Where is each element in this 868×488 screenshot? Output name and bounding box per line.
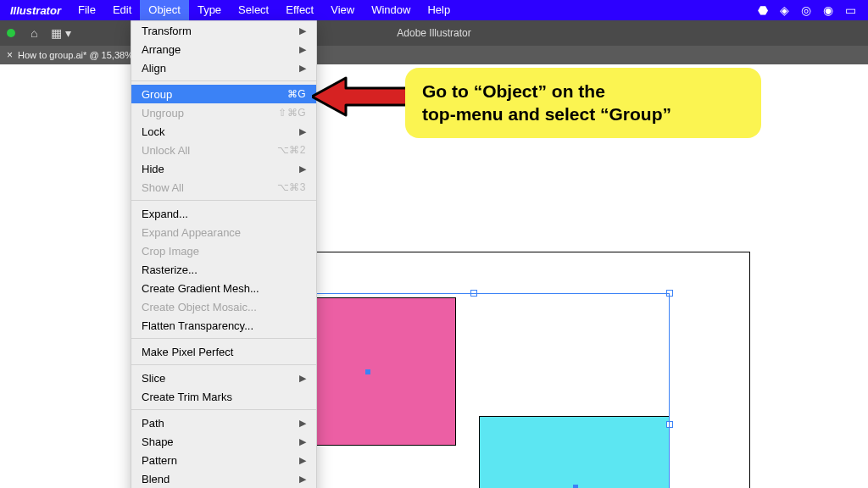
keyboard-shortcut: ⌥⌘2 xyxy=(277,144,306,156)
keyboard-shortcut: ⌥⌘3 xyxy=(277,181,306,193)
menu-item-label: Expand Appearance xyxy=(142,226,306,239)
menu-window[interactable]: Window xyxy=(363,0,419,20)
menu-item-align[interactable]: Align▶ xyxy=(131,58,316,77)
menu-help[interactable]: Help xyxy=(419,0,459,20)
submenu-chevron-icon: ▶ xyxy=(299,373,306,384)
doc-tab[interactable]: × How to group.ai* @ 15,38% ( xyxy=(0,49,146,61)
menu-item-ungroup: Ungroup⇧⌘G xyxy=(131,103,316,122)
menu-edit[interactable]: Edit xyxy=(104,0,140,20)
menu-item-label: Crop Image xyxy=(142,245,306,258)
mac-menubar: Illustrator File Edit Object Type Select… xyxy=(0,0,868,20)
app-name: Illustrator xyxy=(0,4,70,17)
selection-handle[interactable] xyxy=(666,290,673,297)
keyboard-shortcut: ⇧⌘G xyxy=(278,107,306,119)
menu-select[interactable]: Select xyxy=(230,0,277,20)
instruction-callout: Go to “Object” on the top-menu and selec… xyxy=(405,68,761,138)
menu-type[interactable]: Type xyxy=(189,0,230,20)
cyan-rectangle-shape[interactable] xyxy=(479,416,670,488)
menu-item-label: Slice xyxy=(142,372,299,385)
menu-item-label: Arrange xyxy=(142,43,299,56)
menu-effect[interactable]: Effect xyxy=(277,0,322,20)
menu-item-create-object-mosaic: Create Object Mosaic... xyxy=(131,297,316,316)
menu-item-pattern[interactable]: Pattern▶ xyxy=(131,451,316,469)
submenu-chevron-icon: ▶ xyxy=(299,436,306,447)
submenu-chevron-icon: ▶ xyxy=(299,25,306,36)
menu-item-show-all: Show All⌥⌘3 xyxy=(131,178,316,197)
callout-line1: Go to “Object” on the xyxy=(422,80,744,103)
battery-icon[interactable]: ▭ xyxy=(845,3,856,17)
menu-item-label: Expand... xyxy=(142,208,306,220)
menu-item-expand-appearance: Expand Appearance xyxy=(131,223,316,241)
callout-line2: top-menu and select “Group” xyxy=(422,103,744,125)
selection-handle[interactable] xyxy=(666,421,673,428)
menu-item-slice[interactable]: Slice▶ xyxy=(131,369,316,387)
menu-view[interactable]: View xyxy=(322,0,363,20)
menu-item-label: Transform xyxy=(142,25,299,37)
menu-item-lock[interactable]: Lock▶ xyxy=(131,122,316,141)
doc-tab-label: How to group.ai* @ 15,38% ( xyxy=(18,50,139,60)
keyboard-shortcut: ⌘G xyxy=(287,88,306,100)
app-title: Adobe Illustrator xyxy=(397,27,470,39)
submenu-chevron-icon: ▶ xyxy=(299,474,306,485)
menu-item-group[interactable]: Group⌘G xyxy=(131,85,316,103)
object-menu-dropdown: Transform▶Arrange▶Align▶Group⌘GUngroup⇧⌘… xyxy=(131,20,317,488)
layout-icon[interactable]: ▦ ▾ xyxy=(44,26,78,40)
menu-item-flatten-transparency[interactable]: Flatten Transparency... xyxy=(131,316,316,335)
annotation-arrow-icon xyxy=(312,73,414,120)
menu-item-label: Blend xyxy=(142,473,299,485)
menu-item-label: Lock xyxy=(142,125,299,138)
center-point-icon xyxy=(573,485,578,488)
menu-item-crop-image: Crop Image xyxy=(131,241,316,260)
center-point-icon xyxy=(365,369,370,374)
menu-item-expand[interactable]: Expand... xyxy=(131,204,316,223)
menu-item-transform[interactable]: Transform▶ xyxy=(131,21,316,40)
menu-item-label: Align xyxy=(142,62,299,75)
menu-item-label: Create Trim Marks xyxy=(142,391,306,403)
menu-object[interactable]: Object xyxy=(140,0,189,20)
menu-item-label: Ungroup xyxy=(142,107,278,119)
menu-item-label: Path xyxy=(142,417,299,430)
traffic-light-icon[interactable] xyxy=(7,29,15,37)
menu-item-label: Unlock All xyxy=(142,144,277,157)
menu-item-label: Pattern xyxy=(142,454,299,467)
checkshield-icon[interactable]: ⬣ xyxy=(758,3,768,17)
menu-item-shape[interactable]: Shape▶ xyxy=(131,432,316,451)
wifi-icon[interactable]: ◉ xyxy=(823,3,833,17)
menu-item-create-gradient-mesh[interactable]: Create Gradient Mesh... xyxy=(131,279,316,297)
menu-item-path[interactable]: Path▶ xyxy=(131,413,316,432)
diamond-icon[interactable]: ◈ xyxy=(780,3,789,17)
menubar-tray: ⬣ ◈ ◎ ◉ ▭ xyxy=(758,3,868,17)
menu-item-unlock-all: Unlock All⌥⌘2 xyxy=(131,141,316,159)
svg-marker-0 xyxy=(312,78,412,115)
menu-item-label: Make Pixel Perfect xyxy=(142,346,306,358)
menu-item-label: Shape xyxy=(142,435,299,448)
menu-item-blend[interactable]: Blend▶ xyxy=(131,469,316,488)
menu-item-rasterize[interactable]: Rasterize... xyxy=(131,260,316,279)
menu-item-label: Hide xyxy=(142,163,299,175)
menu-item-create-trim-marks[interactable]: Create Trim Marks xyxy=(131,387,316,406)
menu-item-make-pixel-perfect[interactable]: Make Pixel Perfect xyxy=(131,342,316,361)
creativecloud-icon[interactable]: ◎ xyxy=(801,3,811,17)
menu-item-label: Group xyxy=(142,88,287,101)
menu-item-label: Flatten Transparency... xyxy=(142,319,306,332)
menu-item-label: Create Object Mosaic... xyxy=(142,301,306,313)
submenu-chevron-icon: ▶ xyxy=(299,44,306,55)
close-icon[interactable]: × xyxy=(7,49,13,61)
submenu-chevron-icon: ▶ xyxy=(299,126,306,137)
menu-item-hide[interactable]: Hide▶ xyxy=(131,159,316,178)
submenu-chevron-icon: ▶ xyxy=(299,164,306,175)
menu-item-label: Rasterize... xyxy=(142,263,306,276)
home-icon[interactable]: ⌂ xyxy=(24,26,44,40)
menu-item-label: Create Gradient Mesh... xyxy=(142,282,306,295)
submenu-chevron-icon: ▶ xyxy=(299,418,306,429)
menu-file[interactable]: File xyxy=(70,0,104,20)
menu-item-label: Show All xyxy=(142,181,277,194)
menu-item-arrange[interactable]: Arrange▶ xyxy=(131,40,316,58)
submenu-chevron-icon: ▶ xyxy=(299,63,306,74)
submenu-chevron-icon: ▶ xyxy=(299,455,306,466)
selection-handle[interactable] xyxy=(470,290,477,297)
